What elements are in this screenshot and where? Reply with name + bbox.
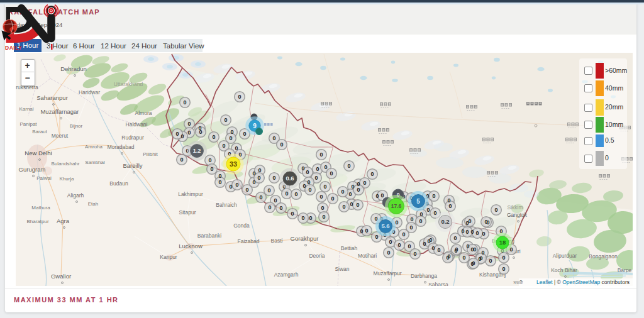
svg-text:0: 0 (222, 143, 225, 149)
svg-text:Muzaffarnagar: Muzaffarnagar (40, 108, 79, 115)
svg-text:0: 0 (423, 241, 426, 247)
svg-text:Leaflet | © OpenStreetMap cont: Leaflet | © OpenStreetMap contributors (536, 279, 630, 285)
svg-text:Sikkim: Sikkim (507, 204, 523, 211)
svg-text:0: 0 (308, 187, 311, 193)
svg-text:0: 0 (419, 218, 422, 224)
svg-text:Bharatpur: Bharatpur (26, 219, 48, 224)
svg-text:0: 0 (319, 194, 323, 200)
svg-text:0: 0 (235, 145, 238, 151)
svg-text:0: 0 (199, 129, 202, 135)
svg-text:0: 0 (437, 247, 440, 253)
svg-text:0: 0 (402, 231, 405, 238)
svg-text:0: 0 (187, 129, 191, 136)
svg-text:0: 0 (180, 133, 184, 140)
svg-text:0: 0 (285, 190, 288, 197)
svg-text:0: 0 (419, 211, 423, 217)
svg-text:Moradabad: Moradabad (107, 144, 134, 150)
svg-text:0: 0 (395, 219, 398, 226)
svg-text:0: 0 (252, 170, 255, 177)
svg-text:Pilibhit: Pilibhit (143, 151, 158, 157)
svg-text:0: 0 (370, 171, 374, 177)
svg-text:0: 0 (180, 156, 183, 163)
svg-text:Muzaffarpur: Muzaffarpur (373, 270, 401, 277)
svg-text:0: 0 (229, 135, 232, 141)
svg-text:0: 0 (291, 211, 294, 217)
svg-text:0: 0 (229, 184, 232, 190)
svg-text:0: 0 (472, 260, 475, 266)
svg-text:Karnal: Karnal (19, 106, 33, 112)
svg-text:0: 0 (175, 131, 179, 137)
svg-text:Faizabad: Faizabad (238, 238, 260, 244)
svg-text:Bijnor: Bijnor (70, 123, 83, 129)
svg-text:0: 0 (427, 238, 430, 244)
svg-text:0: 0 (410, 216, 413, 222)
svg-text:Gurugram: Gurugram (19, 166, 46, 173)
svg-text:0: 0 (479, 255, 482, 261)
svg-text:Bahraich: Bahraich (216, 202, 237, 208)
svg-text:0: 0 (235, 182, 238, 188)
svg-text:0: 0 (347, 163, 350, 169)
svg-text:Kanpur: Kanpur (160, 254, 177, 260)
svg-text:0.2: 0.2 (441, 218, 449, 225)
svg-text:Rudrapur: Rudrapur (121, 134, 144, 141)
svg-text:0: 0 (268, 204, 271, 211)
svg-text:0: 0 (484, 219, 487, 225)
svg-text:0: 0 (408, 243, 411, 249)
svg-text:0: 0 (274, 197, 277, 204)
svg-text:0: 0 (187, 121, 191, 127)
svg-text:DAILY: DAILY (5, 45, 22, 51)
svg-text:0: 0 (319, 151, 323, 158)
svg-text:0: 0 (306, 169, 309, 175)
svg-text:Basti: Basti (271, 238, 283, 244)
svg-text:0: 0 (389, 239, 392, 245)
svg-text:Alipurduar: Alipurduar (553, 253, 577, 259)
svg-text:Haldwani: Haldwani (126, 121, 148, 128)
svg-text:0: 0 (351, 184, 354, 190)
svg-text:0: 0 (380, 192, 384, 199)
svg-text:0: 0 (307, 179, 310, 185)
svg-text:0: 0 (303, 183, 306, 189)
svg-text:0: 0 (489, 258, 492, 264)
svg-text:Siwan: Siwan (335, 266, 349, 272)
svg-text:0: 0 (446, 255, 449, 261)
svg-text:0: 0 (357, 187, 360, 193)
svg-text:Amroha: Amroha (85, 144, 103, 150)
svg-text:0: 0 (252, 179, 255, 185)
svg-text:0: 0 (502, 255, 505, 261)
svg-text:মাডারী: মাডারী (513, 280, 523, 285)
svg-text:0: 0 (375, 234, 378, 240)
svg-text:0: 0 (210, 166, 213, 172)
svg-text:0: 0 (316, 166, 319, 172)
svg-text:Meerut: Meerut (52, 133, 69, 139)
svg-text:0: 0 (324, 164, 327, 170)
svg-text:Haridwar: Haridwar (79, 89, 100, 96)
svg-text:0: 0 (375, 193, 379, 199)
svg-text:1.2: 1.2 (193, 148, 201, 154)
svg-text:Lucknow: Lucknow (179, 243, 203, 249)
svg-text:0: 0 (230, 129, 233, 135)
svg-text:0: 0 (365, 228, 368, 234)
svg-text:Sambhal: Sambhal (85, 160, 105, 165)
svg-text:0: 0 (314, 175, 318, 181)
svg-text:0: 0 (322, 214, 325, 220)
svg-text:0: 0 (462, 255, 465, 261)
svg-text:Palwal: Palwal (36, 175, 52, 181)
svg-text:0: 0 (356, 202, 359, 208)
svg-text:Bareilly: Bareilly (123, 162, 142, 169)
svg-text:0.6: 0.6 (286, 175, 294, 182)
svg-text:0: 0 (218, 173, 221, 179)
svg-text:0: 0 (280, 141, 283, 148)
svg-text:Deoria: Deoria (309, 253, 325, 259)
svg-text:Aligarh: Aligarh (67, 192, 84, 199)
svg-text:0: 0 (323, 184, 326, 190)
svg-text:0: 0 (431, 245, 435, 251)
svg-text:0: 0 (279, 205, 282, 211)
svg-text:Saharanpur: Saharanpur (36, 94, 68, 101)
svg-text:Bulandshahr: Bulandshahr (52, 161, 80, 167)
svg-text:0: 0 (470, 246, 474, 253)
svg-text:Dehradun: Dehradun (60, 65, 87, 72)
svg-text:0: 0 (432, 193, 435, 199)
svg-text:Darbhanga: Darbhanga (411, 273, 437, 279)
svg-text:0: 0 (494, 207, 497, 213)
svg-text:17.6: 17.6 (391, 203, 402, 209)
